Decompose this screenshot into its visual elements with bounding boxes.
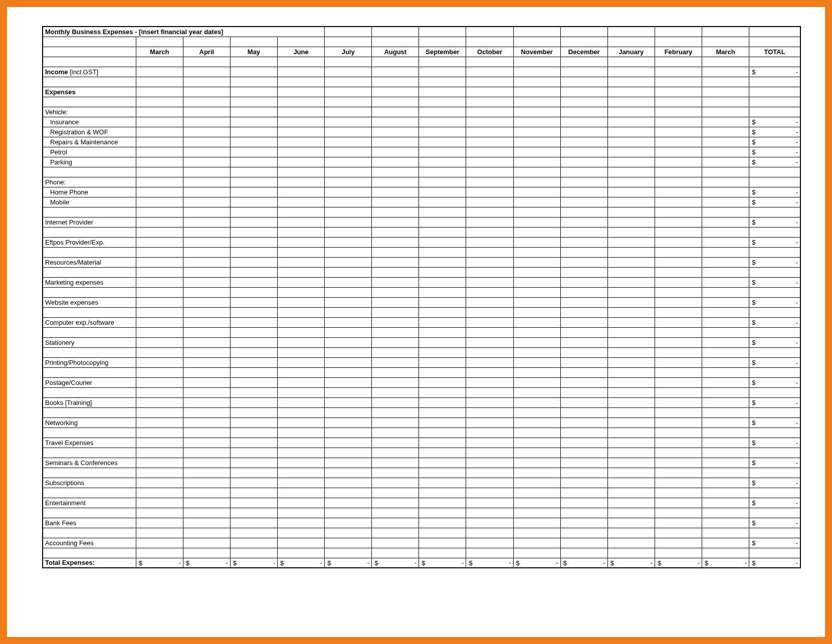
data-cell[interactable] [513,117,560,127]
data-cell[interactable] [230,87,277,97]
data-cell[interactable] [466,227,513,237]
data-cell[interactable] [419,377,466,387]
data-cell[interactable] [607,538,655,548]
data-cell[interactable] [419,107,466,117]
data-cell[interactable] [466,548,513,558]
data-cell[interactable] [325,117,372,127]
data-cell[interactable] [136,498,183,508]
data-cell[interactable] [136,247,183,257]
data-cell[interactable] [607,448,655,458]
data-cell[interactable] [560,498,607,508]
data-cell[interactable] [702,377,749,387]
data-cell[interactable] [230,357,277,367]
data-cell[interactable] [560,357,607,367]
data-cell[interactable] [655,377,702,387]
data-cell[interactable] [607,227,655,237]
data-cell[interactable] [372,237,419,247]
data-cell[interactable] [183,117,230,127]
data-cell[interactable] [702,77,749,87]
data-cell[interactable] [513,277,560,287]
data-cell[interactable] [183,57,230,67]
data-cell[interactable] [513,187,560,197]
data-cell[interactable] [560,427,607,438]
data-cell[interactable] [560,317,607,327]
data-cell[interactable] [183,287,230,297]
data-cell[interactable] [183,377,230,387]
data-cell[interactable] [655,147,702,157]
data-cell[interactable] [607,127,655,137]
data-cell[interactable] [325,317,372,327]
data-cell[interactable] [607,387,655,397]
data-cell[interactable] [513,297,560,307]
data-cell[interactable] [230,468,277,478]
data-cell[interactable] [278,57,325,67]
data-cell[interactable] [466,177,513,187]
data-cell[interactable] [419,468,466,478]
data-cell[interactable] [372,327,419,337]
data-cell[interactable] [655,267,702,277]
data-cell[interactable] [230,317,277,327]
data-cell[interactable] [325,488,372,498]
data-cell[interactable] [183,277,230,287]
data-cell[interactable] [419,177,466,187]
data-cell[interactable] [607,67,655,77]
data-cell[interactable] [560,237,607,247]
data-cell[interactable] [560,267,607,277]
data-cell[interactable] [136,377,183,387]
data-cell[interactable] [183,337,230,347]
data-cell[interactable] [560,297,607,307]
data-cell[interactable] [278,538,325,548]
data-cell[interactable] [655,67,702,77]
data-cell[interactable] [419,67,466,77]
data-cell[interactable] [419,488,466,498]
data-cell[interactable] [325,548,372,558]
data-cell[interactable] [466,337,513,347]
data-cell[interactable] [560,167,607,177]
data-cell[interactable] [230,267,277,277]
data-cell[interactable] [513,377,560,387]
data-cell[interactable] [702,417,749,427]
data-cell[interactable] [325,498,372,508]
data-cell[interactable] [278,157,325,167]
data-cell[interactable] [607,87,655,97]
data-cell[interactable] [325,77,372,87]
data-cell[interactable] [325,357,372,367]
data-cell[interactable] [466,147,513,157]
data-cell[interactable] [702,147,749,157]
data-cell[interactable] [655,387,702,397]
data-cell[interactable] [419,458,466,468]
data-cell[interactable] [372,367,419,377]
data-cell[interactable] [466,137,513,147]
data-cell[interactable] [560,227,607,237]
data-cell[interactable] [513,438,560,448]
data-cell[interactable] [702,257,749,267]
data-cell[interactable] [560,347,607,357]
data-cell[interactable] [230,227,277,237]
data-cell[interactable] [513,87,560,97]
data-cell[interactable] [419,337,466,347]
data-cell[interactable] [513,147,560,157]
data-cell[interactable] [466,468,513,478]
data-cell[interactable] [278,438,325,448]
data-cell[interactable] [136,127,183,137]
data-cell[interactable] [136,417,183,427]
data-cell[interactable] [278,317,325,327]
data-cell[interactable] [372,438,419,448]
data-cell[interactable] [230,488,277,498]
data-cell[interactable] [419,217,466,227]
data-cell[interactable] [136,147,183,157]
data-cell[interactable] [372,77,419,87]
data-cell[interactable] [136,67,183,77]
data-cell[interactable] [372,187,419,197]
data-cell[interactable] [372,317,419,327]
data-cell[interactable] [607,498,655,508]
data-cell[interactable] [230,177,277,187]
data-cell[interactable] [372,528,419,538]
data-cell[interactable] [607,468,655,478]
data-cell[interactable] [466,407,513,417]
data-cell[interactable] [466,508,513,518]
data-cell[interactable] [325,217,372,227]
data-cell[interactable] [183,528,230,538]
data-cell[interactable] [325,247,372,257]
data-cell[interactable] [466,307,513,317]
